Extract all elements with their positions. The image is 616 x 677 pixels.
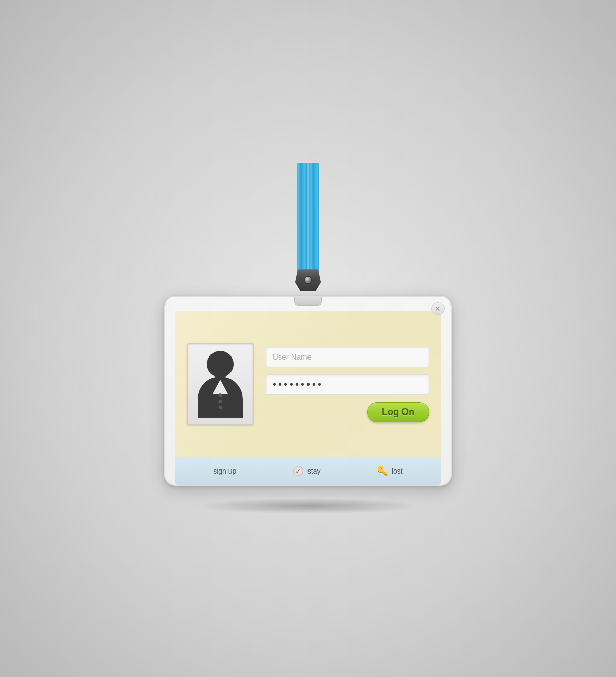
avatar-collar bbox=[213, 380, 228, 394]
lost-item[interactable]: 🔑 lost bbox=[377, 465, 403, 477]
rivet bbox=[304, 276, 312, 284]
logon-button[interactable]: Log On bbox=[367, 402, 429, 422]
logon-btn-wrap: Log On bbox=[266, 402, 429, 422]
card-shadow bbox=[195, 498, 421, 514]
avatar-buttons bbox=[219, 393, 222, 409]
lanyard-connector bbox=[294, 271, 322, 297]
check-icon: ✓ bbox=[293, 465, 304, 477]
main-area: User Name ••••••••• Log On bbox=[175, 311, 441, 457]
username-field[interactable]: User Name bbox=[266, 347, 429, 367]
key-icon: 🔑 bbox=[377, 465, 389, 477]
leather-clip bbox=[295, 269, 321, 291]
avatar-button-dot bbox=[219, 406, 222, 409]
signup-item[interactable]: sign up bbox=[213, 467, 236, 475]
card-clip bbox=[294, 296, 322, 306]
password-dots: ••••••••• bbox=[273, 379, 323, 390]
avatar-head bbox=[207, 351, 234, 378]
lost-label: lost bbox=[392, 467, 403, 475]
check-circle: ✓ bbox=[293, 466, 303, 476]
avatar-body bbox=[198, 377, 243, 418]
avatar-button-dot bbox=[219, 393, 222, 397]
password-field[interactable]: ••••••••• bbox=[266, 374, 429, 395]
stay-item[interactable]: ✓ stay bbox=[293, 465, 321, 477]
close-button[interactable]: ✕ bbox=[431, 302, 445, 315]
id-card: ✕ bbox=[164, 296, 452, 486]
avatar bbox=[187, 343, 254, 425]
avatar-figure bbox=[197, 351, 243, 418]
check-mark: ✓ bbox=[295, 467, 301, 475]
lanyard bbox=[295, 163, 321, 297]
form-area: User Name ••••••••• Log On bbox=[266, 347, 429, 422]
scene: ✕ bbox=[164, 163, 452, 514]
card-inner: User Name ••••••••• Log On sign up bbox=[175, 311, 441, 485]
username-placeholder: User Name bbox=[273, 352, 312, 361]
lanyard-strap bbox=[297, 163, 319, 271]
avatar-button-dot bbox=[219, 400, 222, 403]
card-wrap: ✕ bbox=[164, 296, 452, 486]
footer-bar: sign up ✓ stay 🔑 lost bbox=[175, 457, 441, 485]
close-icon: ✕ bbox=[435, 305, 441, 313]
stay-label: stay bbox=[307, 467, 321, 475]
signup-label: sign up bbox=[213, 467, 236, 475]
